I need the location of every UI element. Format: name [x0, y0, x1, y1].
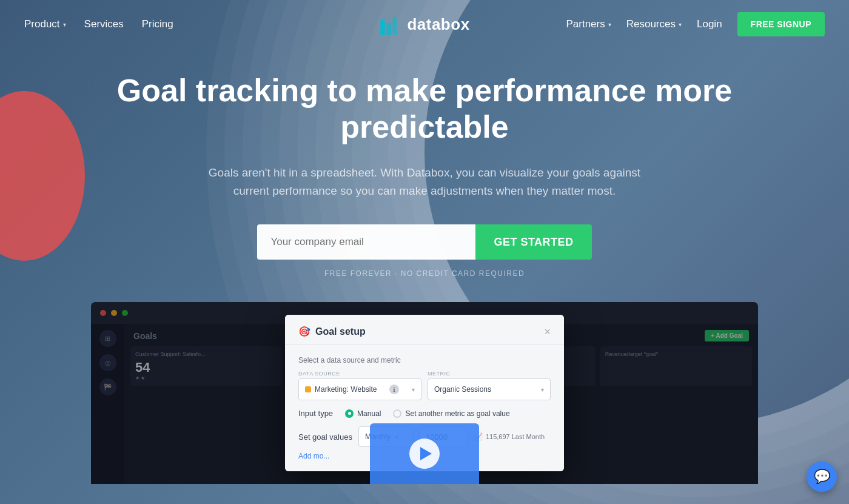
- dashboard-background: ⊞ ◎ 🏁 Goals + Add Goal Customer Support:…: [91, 302, 758, 484]
- datasource-icon: [305, 386, 311, 392]
- hero-subtitle: Goals aren't hit in a spreadsheet. With …: [206, 164, 643, 201]
- data-source-label: Data Source: [298, 371, 421, 377]
- logo-icon: [379, 13, 401, 35]
- signup-button[interactable]: FREE SIGNUP: [737, 12, 825, 36]
- radio-metric-label: Set another metric as goal value: [405, 409, 509, 418]
- login-button[interactable]: Login: [697, 18, 722, 30]
- modal-header: 🎯 Goal setup ×: [285, 315, 564, 345]
- metric-select[interactable]: Organic Sessions ▾: [428, 378, 551, 400]
- logo-text: databox: [407, 15, 469, 34]
- video-overlay[interactable]: [370, 423, 479, 484]
- data-source-group: Data Source Marketing: Website ℹ ▾: [298, 371, 421, 400]
- play-button[interactable]: [409, 438, 440, 469]
- radio-manual-inner: [348, 412, 351, 415]
- product-chevron-icon: ▾: [63, 21, 66, 28]
- last-month-info: 📈 115,697 Last Month: [474, 432, 545, 441]
- nav-pricing[interactable]: Pricing: [142, 18, 173, 30]
- input-type-row: Input type Manual Set another metric as …: [298, 409, 551, 418]
- goal-icon: 🎯: [298, 326, 310, 337]
- nav-product[interactable]: Product ▾: [24, 18, 66, 30]
- nav-services[interactable]: Services: [84, 18, 124, 30]
- nav-resources[interactable]: Resources ▾: [626, 18, 682, 30]
- get-started-button[interactable]: GET STARTED: [475, 224, 591, 260]
- modal-close-button[interactable]: ×: [544, 326, 551, 337]
- radio-metric-circle: [393, 409, 401, 418]
- navbar: Product ▾ Services Pricing databox Partn…: [0, 0, 849, 49]
- input-type-label: Input type: [298, 409, 333, 418]
- svg-rect-1: [386, 23, 391, 35]
- hero-content: Goal tracking to make performance more p…: [0, 49, 849, 296]
- metric-label: Metric: [428, 371, 551, 377]
- metric-chevron-icon: ▾: [541, 386, 544, 393]
- goal-values-label: Set goal values: [298, 432, 352, 442]
- nav-left: Product ▾ Services Pricing: [24, 18, 173, 30]
- metric-group: Metric Organic Sessions ▾: [428, 371, 551, 400]
- data-source-metric-row: Data Source Marketing: Website ℹ ▾: [298, 371, 551, 400]
- svg-rect-2: [392, 17, 397, 35]
- radio-manual-label: Manual: [357, 409, 381, 418]
- svg-rect-0: [380, 19, 384, 35]
- email-form: GET STARTED: [12, 224, 837, 260]
- logo[interactable]: databox: [379, 13, 469, 35]
- nav-partners[interactable]: Partners ▾: [566, 18, 611, 30]
- info-icon[interactable]: ℹ: [389, 385, 399, 394]
- data-source-value: Marketing: Website: [305, 385, 377, 394]
- radio-manual-circle: [345, 409, 354, 418]
- dashboard-preview: ⊞ ◎ 🏁 Goals + Add Goal Customer Support:…: [91, 302, 758, 484]
- chat-icon: 💬: [814, 469, 830, 485]
- datasource-chevron-icon: ▾: [412, 386, 415, 393]
- last-month-value: 115,697 Last Month: [486, 433, 545, 440]
- resources-chevron-icon: ▾: [679, 21, 682, 28]
- nav-right: Partners ▾ Resources ▾ Login FREE SIGNUP: [566, 12, 825, 36]
- partners-chevron-icon: ▾: [608, 21, 611, 28]
- play-icon: [420, 447, 432, 460]
- email-input[interactable]: [257, 224, 475, 260]
- data-source-select[interactable]: Marketing: Website ℹ ▾: [298, 378, 421, 400]
- free-note: FREE FOREVER · NO CREDIT CARD REQUIRED: [12, 269, 837, 278]
- hero-title: Goal tracking to make performance more p…: [91, 73, 758, 146]
- modal-title: 🎯 Goal setup: [298, 326, 366, 337]
- radio-manual[interactable]: Manual: [345, 409, 381, 418]
- data-source-section-label: Select a data source and metric: [298, 356, 551, 365]
- radio-set-metric[interactable]: Set another metric as goal value: [393, 409, 509, 418]
- chat-widget[interactable]: 💬: [807, 462, 837, 492]
